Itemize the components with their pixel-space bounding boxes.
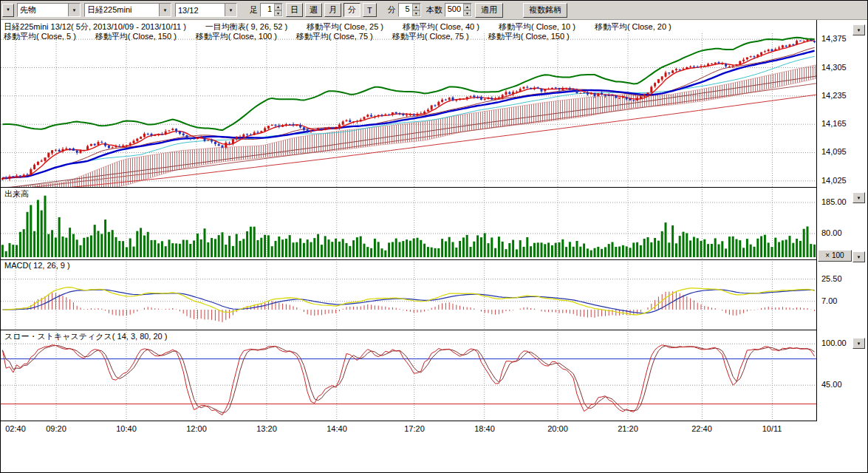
- multi-symbol-button[interactable]: 複数銘柄: [523, 3, 567, 18]
- chevron-down-icon[interactable]: ▼: [159, 4, 171, 16]
- time-axis: 02:4009:2010:4012:0013:2014:4017:2018:40…: [1, 424, 816, 436]
- stochastics-panel: スロー・ストキャスティクス( 14, 3, 80, 20 ): [1, 330, 816, 421]
- price-tick-label: 14,095: [821, 147, 847, 156]
- macd-panel: MACD( 12, 26, 9 ): [1, 259, 816, 330]
- minute-label: 分: [388, 4, 396, 16]
- toolbar: ▼ 先物 ▼ 日経225mini ▼ 13/12 ▼ 足 1 ▲▼ 日 週 月 …: [1, 1, 867, 20]
- price-tick-label: 14,025: [821, 176, 847, 185]
- panel-separator: [1, 421, 816, 421]
- stoch-tick-label: 45.00: [821, 380, 842, 389]
- macd-tick-label: 7.00: [821, 296, 837, 305]
- apply-button[interactable]: 適用: [475, 3, 503, 18]
- stoch-tick-label: 100.00: [821, 338, 847, 347]
- spin-up-icon[interactable]: ▲: [463, 4, 471, 10]
- chart-app-window: ▼ 先物 ▼ 日経225mini ▼ 13/12 ▼ 足 1 ▲▼ 日 週 月 …: [0, 0, 868, 473]
- time-tick-label: 13:20: [256, 424, 277, 433]
- volume-tick-label: 185.00: [821, 197, 847, 206]
- chevron-down-glyph: ▼: [72, 8, 77, 13]
- price-chart-panel: [1, 33, 816, 187]
- volume-unit-badge: × 100: [818, 250, 852, 262]
- spinner-buttons[interactable]: ▲▼: [463, 4, 471, 16]
- spinner-buttons[interactable]: ▲▼: [412, 4, 420, 16]
- time-tick-label: 12:00: [186, 424, 207, 433]
- legend-item: 移動平均( Close, 20 ): [595, 21, 671, 33]
- legend-item: 移動平均( Close, 150 ): [95, 31, 177, 42]
- panel-separator: [1, 259, 816, 260]
- stochastics-chart-svg: [1, 330, 816, 421]
- time-tick-label: 17:20: [404, 424, 425, 433]
- price-tick-label: 14,235: [821, 91, 847, 100]
- macd-tick-label: 25.50: [821, 274, 842, 283]
- volume-chart-svg: [1, 187, 816, 259]
- bar-multiplier-input[interactable]: 1 ▲▼: [260, 3, 283, 17]
- price-tick-label: 14,375: [821, 34, 847, 43]
- bar-count-label: 本数: [426, 4, 442, 16]
- time-tick-label: 21:20: [618, 424, 638, 433]
- instrument-type-value: 先物: [18, 4, 68, 16]
- legend-item: 移動平均( Close, 100 ): [196, 31, 277, 42]
- chevron-down-icon[interactable]: ▼: [68, 4, 80, 16]
- bar-type-label: 足: [250, 4, 258, 16]
- period-minute-button[interactable]: 分: [344, 3, 360, 17]
- price-tick-label: 14,165: [821, 119, 847, 128]
- price-scroll-down-button[interactable]: ▼: [852, 24, 865, 35]
- period-month-button[interactable]: 月: [324, 3, 341, 17]
- volume-scroll-down-button[interactable]: ▼: [852, 192, 865, 203]
- time-tick-label: 02:40: [5, 424, 26, 433]
- time-tick-label: 22:40: [691, 424, 712, 433]
- spin-up-icon[interactable]: ▲: [412, 4, 420, 10]
- spinner-buttons[interactable]: ▲▼: [274, 4, 282, 16]
- spin-up-icon[interactable]: ▲: [274, 4, 282, 10]
- chevron-down-glyph: ▼: [163, 8, 168, 13]
- period-day-button[interactable]: 日: [286, 3, 303, 17]
- time-tick-label: 18:40: [474, 424, 495, 433]
- chevron-down-icon: ▼: [6, 7, 10, 12]
- price-axis-gutter: ▼ ▼ ▼ ▼ × 100 14,37514,30514,23514,16514…: [817, 1, 867, 472]
- minute-value: 5: [399, 4, 412, 16]
- macd-panel-title: MACD( 12, 26, 9 ): [4, 261, 70, 270]
- legend-item: 移動平均( Close, 150 ): [488, 31, 570, 42]
- legend-item: 移動平均( Close, 75 ): [392, 31, 469, 42]
- time-tick-label: 09:20: [46, 424, 66, 433]
- time-tick-label: 10/11: [762, 424, 782, 433]
- chevron-down-icon[interactable]: ▼: [225, 4, 236, 16]
- legend-item: 移動平均( Close, 75 ): [296, 31, 373, 42]
- volume-panel: 出来高: [1, 187, 816, 259]
- volume-tick-label: 80.00: [821, 228, 842, 237]
- panel-separator: [1, 330, 816, 330]
- bar-multiplier-value: 1: [261, 4, 274, 16]
- volume-panel-title: 出来高: [4, 188, 29, 200]
- bar-count-input[interactable]: 500 ▲▼: [445, 3, 472, 17]
- macd-chart-svg: [1, 259, 816, 330]
- price-chart-svg: [1, 33, 816, 187]
- chevron-down-glyph: ▼: [229, 8, 233, 13]
- panel-menu-dropdown-button[interactable]: ▼: [2, 4, 14, 17]
- stoch-scroll-down-button[interactable]: ▼: [852, 338, 865, 349]
- minute-value-input[interactable]: 5 ▲▼: [398, 3, 421, 17]
- panel-separator: [1, 187, 816, 188]
- spin-down-icon[interactable]: ▼: [274, 10, 282, 17]
- time-tick-label: 14:40: [327, 424, 347, 433]
- indicator-legend-row-2: 移動平均( Close, 5 )移動平均( Close, 150 )移動平均( …: [4, 31, 570, 42]
- period-tick-button[interactable]: T: [363, 3, 377, 17]
- contract-month-select[interactable]: 13/12 ▼: [175, 3, 237, 17]
- symbol-select[interactable]: 日経225mini ▼: [84, 3, 171, 17]
- spin-down-icon[interactable]: ▼: [412, 10, 420, 17]
- symbol-value: 日経225mini: [85, 4, 159, 16]
- chevron-down-icon: ▼: [857, 255, 861, 259]
- contract-month-value: 13/12: [176, 6, 225, 15]
- chevron-down-icon: ▼: [857, 196, 861, 200]
- price-tick-label: 14,305: [821, 63, 847, 72]
- chevron-down-icon: ▼: [857, 28, 861, 33]
- period-week-button[interactable]: 週: [305, 3, 322, 17]
- bar-count-value: 500: [445, 4, 463, 16]
- time-tick-label: 10:40: [116, 424, 137, 433]
- macd-scroll-down-button[interactable]: ▼: [852, 251, 865, 262]
- spin-down-icon[interactable]: ▼: [463, 10, 471, 17]
- stochastics-panel-title: スロー・ストキャスティクス( 14, 3, 80, 20 ): [4, 331, 167, 342]
- legend-item: 移動平均( Close, 5 ): [4, 31, 76, 42]
- time-tick-label: 20:00: [547, 424, 568, 433]
- instrument-type-select[interactable]: 先物 ▼: [17, 3, 81, 17]
- chevron-down-icon: ▼: [857, 341, 861, 346]
